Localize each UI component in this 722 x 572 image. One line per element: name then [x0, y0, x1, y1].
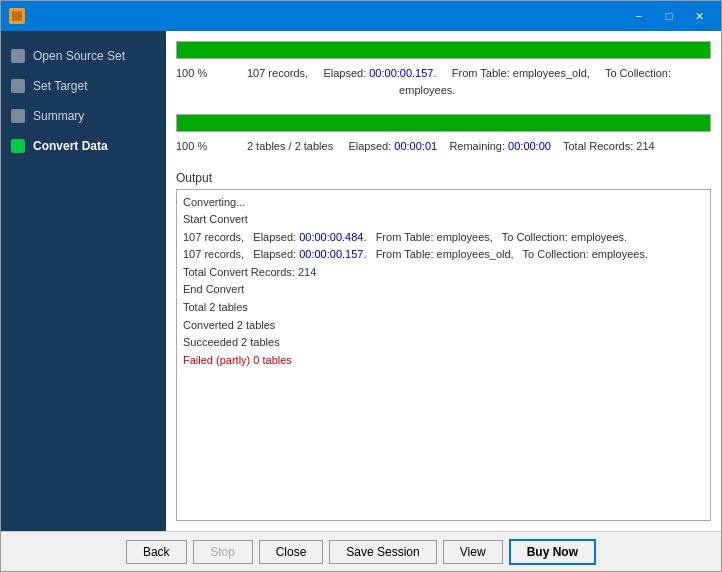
output-section: Output Converting... Start Convert 107 r… [176, 171, 711, 522]
progress-records-1: 107 records, [247, 67, 308, 79]
output-label: Output [176, 171, 711, 185]
sidebar-item-summary[interactable]: Summary [1, 101, 166, 131]
progress-from-label-1: From Table: employees_old, [452, 67, 590, 79]
title-bar-left [9, 8, 25, 24]
progress-bar-fill-1 [177, 42, 710, 58]
sidebar-item-convert-data[interactable]: Convert Data [1, 131, 166, 161]
close-window-button[interactable]: ✕ [685, 6, 713, 26]
save-session-button[interactable]: Save Session [329, 540, 436, 564]
progress-remaining-val-2: 00:00:00 [508, 140, 551, 152]
progress-remaining-label-2: Remaining: [449, 140, 505, 152]
progress-elapsed-label-2: Elapsed: [348, 140, 391, 152]
output-line: Total Convert Records: 214 [183, 264, 704, 282]
app-icon-inner [12, 11, 22, 21]
output-box[interactable]: Converting... Start Convert 107 records,… [176, 189, 711, 522]
sidebar-item-open-source-set[interactable]: Open Source Set [1, 41, 166, 71]
view-button[interactable]: View [443, 540, 503, 564]
progress-elapsed-label-1: Elapsed: [323, 67, 366, 79]
progress-bar-fill-2 [177, 115, 710, 131]
stop-button[interactable]: Stop [193, 540, 253, 564]
sidebar: Open Source Set Set Target Summary Conve… [1, 31, 166, 531]
progress-elapsed-val-1: 00:00:00.157. [369, 67, 436, 79]
output-line-failed: Failed (partly) 0 tables [183, 352, 704, 370]
sidebar-item-label: Convert Data [33, 139, 108, 153]
progress-section-2: 100 % 2 tables / 2 tables Elapsed: 00:00… [176, 114, 711, 161]
output-line: Converting... [183, 194, 704, 212]
output-line: 107 records, Elapsed: 00:00:00.157. From… [183, 246, 704, 264]
output-line: End Convert [183, 281, 704, 299]
progress-bar-1 [176, 41, 711, 59]
close-button[interactable]: Close [259, 540, 324, 564]
progress-tables-2: 2 tables / 2 tables [247, 140, 333, 152]
back-button[interactable]: Back [126, 540, 187, 564]
output-line: 107 records, Elapsed: 00:00:00.484. From… [183, 229, 704, 247]
progress-bar-2 [176, 114, 711, 132]
output-line: Total 2 tables [183, 299, 704, 317]
title-bar: − □ ✕ [1, 1, 721, 31]
progress-percent-2: 100 % [176, 140, 207, 152]
maximize-button[interactable]: □ [655, 6, 683, 26]
progress-percent-1: 100 % [176, 67, 207, 79]
sidebar-item-label: Set Target [33, 79, 87, 93]
buy-now-button[interactable]: Buy Now [509, 539, 596, 565]
progress-to-label-1: To Collection: [605, 67, 671, 79]
progress-elapsed-val-2: 00:00:01 [394, 140, 437, 152]
output-line: Converted 2 tables [183, 317, 704, 335]
output-line: Start Convert [183, 211, 704, 229]
progress-to-val-1: employees. [399, 84, 455, 96]
minimize-button[interactable]: − [625, 6, 653, 26]
output-line: Succeeded 2 tables [183, 334, 704, 352]
progress-info-1: 100 % 107 records, Elapsed: 00:00:00.157… [176, 63, 711, 104]
main-window: − □ ✕ Open Source Set Set Target Summary… [0, 0, 722, 572]
footer: Back Stop Close Save Session View Buy No… [1, 531, 721, 571]
progress-total-2: Total Records: 214 [563, 140, 655, 152]
sidebar-item-label: Open Source Set [33, 49, 125, 63]
open-source-set-icon [11, 49, 25, 63]
progress-info-2: 100 % 2 tables / 2 tables Elapsed: 00:00… [176, 136, 711, 161]
convert-data-icon [11, 139, 25, 153]
progress-section-1: 100 % 107 records, Elapsed: 00:00:00.157… [176, 41, 711, 104]
app-icon [9, 8, 25, 24]
time-val: 00:00:00.157. [299, 248, 366, 260]
set-target-icon [11, 79, 25, 93]
title-bar-buttons: − □ ✕ [625, 6, 713, 26]
sidebar-item-set-target[interactable]: Set Target [1, 71, 166, 101]
content-area: 100 % 107 records, Elapsed: 00:00:00.157… [166, 31, 721, 531]
main-content: Open Source Set Set Target Summary Conve… [1, 31, 721, 531]
time-val: 00:00:00.484. [299, 231, 366, 243]
summary-icon [11, 109, 25, 123]
sidebar-item-label: Summary [33, 109, 84, 123]
